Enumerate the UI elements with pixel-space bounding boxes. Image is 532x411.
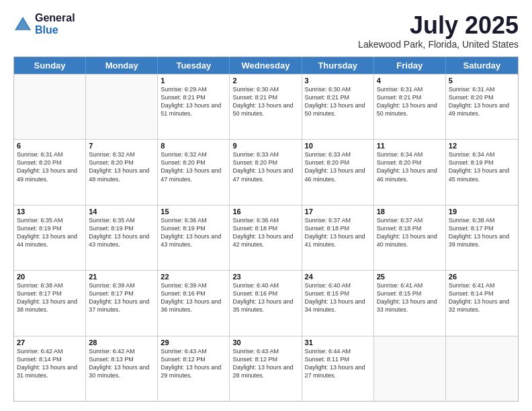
day-number: 17 [305,208,371,216]
header-thursday: Thursday [302,57,374,74]
calendar-cell: 30Sunrise: 6:43 AM Sunset: 8:12 PM Dayli… [230,336,302,401]
calendar-cell: 5Sunrise: 6:31 AM Sunset: 8:20 PM Daylig… [446,75,518,139]
day-info: Sunrise: 6:36 AM Sunset: 8:18 PM Dayligh… [232,216,298,249]
day-info: Sunrise: 6:35 AM Sunset: 8:19 PM Dayligh… [89,216,154,249]
calendar-cell: 23Sunrise: 6:40 AM Sunset: 8:16 PM Dayli… [230,271,302,335]
header-tuesday: Tuesday [158,57,230,74]
calendar-cell [446,336,518,401]
calendar-cell: 16Sunrise: 6:36 AM Sunset: 8:18 PM Dayli… [230,205,302,270]
calendar-cell [14,75,86,139]
calendar-cell: 12Sunrise: 6:34 AM Sunset: 8:19 PM Dayli… [446,140,518,204]
day-number: 5 [449,77,515,85]
day-info: Sunrise: 6:30 AM Sunset: 8:21 PM Dayligh… [305,85,371,118]
calendar-cell: 24Sunrise: 6:40 AM Sunset: 8:15 PM Dayli… [302,271,374,335]
day-number: 23 [232,273,298,281]
calendar-cell: 1Sunrise: 6:29 AM Sunset: 8:21 PM Daylig… [158,75,230,139]
logo-icon [13,15,32,34]
calendar-cell: 4Sunrise: 6:31 AM Sunset: 8:21 PM Daylig… [374,75,446,139]
day-info: Sunrise: 6:38 AM Sunset: 8:17 PM Dayligh… [449,216,515,249]
calendar-cell: 21Sunrise: 6:39 AM Sunset: 8:17 PM Dayli… [86,271,158,335]
day-number: 30 [232,338,298,347]
day-number: 10 [305,142,371,150]
calendar-cell: 20Sunrise: 6:38 AM Sunset: 8:17 PM Dayli… [14,271,86,335]
calendar-title: July 2025 [358,12,519,39]
day-number: 26 [449,273,515,281]
day-info: Sunrise: 6:34 AM Sunset: 8:20 PM Dayligh… [377,150,443,183]
day-info: Sunrise: 6:31 AM Sunset: 8:20 PM Dayligh… [449,85,515,118]
header-monday: Monday [86,57,158,74]
calendar-cell [374,336,446,401]
day-number: 14 [89,208,154,216]
day-number: 31 [305,338,371,347]
day-number: 16 [232,208,298,216]
calendar-cell: 31Sunrise: 6:44 AM Sunset: 8:11 PM Dayli… [302,336,374,401]
day-info: Sunrise: 6:37 AM Sunset: 8:18 PM Dayligh… [305,216,371,249]
day-info: Sunrise: 6:42 AM Sunset: 8:13 PM Dayligh… [89,347,154,380]
day-info: Sunrise: 6:39 AM Sunset: 8:16 PM Dayligh… [161,281,226,314]
day-info: Sunrise: 6:30 AM Sunset: 8:21 PM Dayligh… [232,85,298,118]
calendar-location: Lakewood Park, Florida, United States [358,39,519,50]
day-info: Sunrise: 6:29 AM Sunset: 8:21 PM Dayligh… [161,85,226,118]
calendar-header-row: SundayMondayTuesdayWednesdayThursdayFrid… [14,57,518,74]
day-info: Sunrise: 6:34 AM Sunset: 8:19 PM Dayligh… [449,150,515,183]
day-number: 25 [377,273,443,281]
day-info: Sunrise: 6:35 AM Sunset: 8:19 PM Dayligh… [17,216,83,249]
day-number: 22 [161,273,226,281]
day-info: Sunrise: 6:38 AM Sunset: 8:17 PM Dayligh… [17,281,83,314]
calendar-body: 1Sunrise: 6:29 AM Sunset: 8:21 PM Daylig… [14,74,518,401]
calendar-cell: 18Sunrise: 6:37 AM Sunset: 8:18 PM Dayli… [374,205,446,270]
header-saturday: Saturday [446,57,518,74]
day-number: 4 [377,77,443,85]
day-number: 15 [161,208,226,216]
day-number: 29 [161,338,226,347]
calendar-cell: 19Sunrise: 6:38 AM Sunset: 8:17 PM Dayli… [446,205,518,270]
logo-text: General Blue [35,12,75,36]
day-number: 21 [89,273,154,281]
calendar-cell: 10Sunrise: 6:33 AM Sunset: 8:20 PM Dayli… [302,140,374,204]
logo-general: General [35,12,75,24]
day-info: Sunrise: 6:40 AM Sunset: 8:15 PM Dayligh… [305,281,371,314]
day-info: Sunrise: 6:37 AM Sunset: 8:18 PM Dayligh… [377,216,443,249]
calendar-cell: 25Sunrise: 6:41 AM Sunset: 8:15 PM Dayli… [374,271,446,335]
day-number: 9 [232,142,298,150]
day-number: 19 [449,208,515,216]
day-info: Sunrise: 6:42 AM Sunset: 8:14 PM Dayligh… [17,347,83,380]
day-number: 7 [89,142,154,150]
day-number: 13 [17,208,83,216]
day-info: Sunrise: 6:44 AM Sunset: 8:11 PM Dayligh… [305,347,371,380]
day-number: 27 [17,338,83,347]
day-number: 18 [377,208,443,216]
day-info: Sunrise: 6:36 AM Sunset: 8:19 PM Dayligh… [161,216,226,249]
day-info: Sunrise: 6:31 AM Sunset: 8:20 PM Dayligh… [17,150,83,183]
calendar-cell: 8Sunrise: 6:32 AM Sunset: 8:20 PM Daylig… [158,140,230,204]
calendar-cell: 27Sunrise: 6:42 AM Sunset: 8:14 PM Dayli… [14,336,86,401]
day-number: 28 [89,338,154,347]
calendar-cell: 14Sunrise: 6:35 AM Sunset: 8:19 PM Dayli… [86,205,158,270]
day-number: 6 [17,142,83,150]
day-info: Sunrise: 6:40 AM Sunset: 8:16 PM Dayligh… [232,281,298,314]
day-number: 3 [305,77,371,85]
calendar-week-1: 1Sunrise: 6:29 AM Sunset: 8:21 PM Daylig… [14,74,518,139]
day-info: Sunrise: 6:41 AM Sunset: 8:15 PM Dayligh… [377,281,443,314]
calendar-cell: 3Sunrise: 6:30 AM Sunset: 8:21 PM Daylig… [302,75,374,139]
calendar-week-3: 13Sunrise: 6:35 AM Sunset: 8:19 PM Dayli… [14,205,518,270]
calendar-cell: 2Sunrise: 6:30 AM Sunset: 8:21 PM Daylig… [230,75,302,139]
day-info: Sunrise: 6:33 AM Sunset: 8:20 PM Dayligh… [305,150,371,183]
day-number: 20 [17,273,83,281]
calendar-cell: 9Sunrise: 6:33 AM Sunset: 8:20 PM Daylig… [230,140,302,204]
header-sunday: Sunday [14,57,86,74]
calendar-cell: 29Sunrise: 6:43 AM Sunset: 8:12 PM Dayli… [158,336,230,401]
logo-blue: Blue [35,24,75,36]
calendar-week-2: 6Sunrise: 6:31 AM Sunset: 8:20 PM Daylig… [14,139,518,204]
day-info: Sunrise: 6:41 AM Sunset: 8:14 PM Dayligh… [449,281,515,314]
day-info: Sunrise: 6:32 AM Sunset: 8:20 PM Dayligh… [161,150,226,183]
day-number: 11 [377,142,443,150]
day-number: 24 [305,273,371,281]
calendar-cell: 17Sunrise: 6:37 AM Sunset: 8:18 PM Dayli… [302,205,374,270]
calendar-cell [86,75,158,139]
calendar-cell: 15Sunrise: 6:36 AM Sunset: 8:19 PM Dayli… [158,205,230,270]
calendar: SundayMondayTuesdayWednesdayThursdayFrid… [13,56,519,402]
calendar-cell: 6Sunrise: 6:31 AM Sunset: 8:20 PM Daylig… [14,140,86,204]
calendar-week-4: 20Sunrise: 6:38 AM Sunset: 8:17 PM Dayli… [14,270,518,335]
day-number: 8 [161,142,226,150]
